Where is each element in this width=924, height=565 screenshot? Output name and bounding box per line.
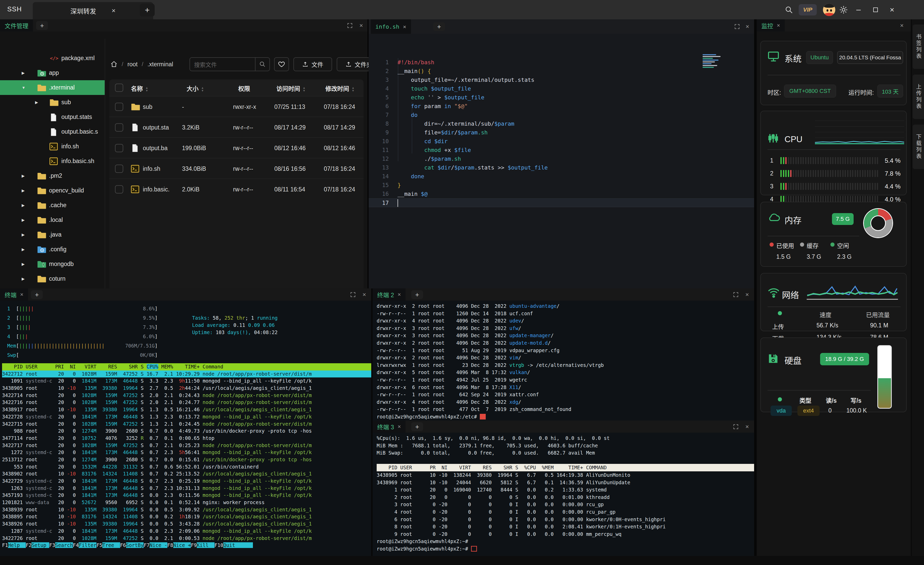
tree-item-.java[interactable]: ▶.java xyxy=(0,227,105,242)
monitor-tab-close-icon[interactable]: × xyxy=(777,22,780,29)
tree-item-.local[interactable]: ▶.local xyxy=(0,213,105,227)
maximize-button[interactable] xyxy=(871,6,880,14)
terminal-3-panel[interactable]: 终端 3× + × %Cpu(s): 1.6 us, 1.6 sy, 0.0 n… xyxy=(372,421,754,556)
settings-gear-icon[interactable] xyxy=(838,5,849,15)
file-row-info.basic.[interactable]: info.basic.2.0KiBrw-r--r--08/11 16:5407/… xyxy=(110,179,363,199)
row-checkbox[interactable] xyxy=(115,144,123,152)
col-mtime[interactable]: 修改时间▲▼ xyxy=(326,84,354,93)
row-checkbox[interactable] xyxy=(115,103,123,111)
row-checkbox[interactable] xyxy=(115,123,123,132)
home-icon[interactable] xyxy=(110,61,118,68)
file-row-output.sta[interactable]: output.sta3.2KiBrw-r--r--08/17 14:2908/1… xyxy=(110,117,363,137)
tab-upload-list[interactable]: 上传列表 xyxy=(913,75,924,119)
breadcrumb[interactable]: / root / .xterminal xyxy=(110,57,173,71)
tree-caret-icon[interactable]: ▶ xyxy=(22,218,25,222)
terminal-2-close-icon[interactable]: × xyxy=(743,291,752,298)
file-tree[interactable]: </>package.xml▶app▼.xterminal▶suboutput.… xyxy=(0,51,105,308)
terminal-3-tab-close-icon[interactable]: × xyxy=(398,423,401,430)
session-tab[interactable]: 深圳转发 × xyxy=(33,2,153,20)
tree-item-mongodb[interactable]: ▶mongodb xyxy=(0,257,105,271)
terminal-3-expand-icon[interactable] xyxy=(731,423,740,430)
tree-item-sub[interactable]: ▶sub xyxy=(0,95,105,110)
tree-item-coturn[interactable]: ▶coturn xyxy=(0,271,105,286)
tree-item-info.basic.sh[interactable]: info.basic.sh xyxy=(0,154,105,168)
tree-item-output.stats[interactable]: output.stats xyxy=(0,110,105,124)
select-all-checkbox[interactable] xyxy=(115,84,123,92)
avatar[interactable] xyxy=(823,4,836,16)
tree-caret-icon[interactable]: ▶ xyxy=(22,188,25,193)
tree-item-info.sh[interactable]: info.sh xyxy=(0,139,105,154)
tree-item-label: .xterminal xyxy=(49,84,75,91)
tree-caret-icon[interactable]: ▶ xyxy=(22,71,25,75)
tree-caret-icon[interactable]: ▶ xyxy=(22,247,25,252)
tab-info-sh[interactable]: info.sh× xyxy=(371,20,411,34)
tree-caret-icon[interactable]: ▶ xyxy=(22,203,25,208)
tab-terminal-2[interactable]: 终端 2× xyxy=(372,289,405,301)
htop-function-bar[interactable]: F1Help F2Setup F3SearchF4FilterF5Tree F6… xyxy=(0,542,371,548)
tab-download-list[interactable]: 下载列表 xyxy=(913,125,924,169)
tab-terminal-3[interactable]: 终端 3× xyxy=(372,421,405,433)
file-manager-new-tab-button[interactable]: + xyxy=(36,21,48,30)
col-perm[interactable]: 权限 xyxy=(238,84,250,93)
new-session-button[interactable]: + xyxy=(140,4,154,17)
file-panel-close-icon[interactable]: × xyxy=(357,22,366,29)
file-row-output.ba[interactable]: output.ba199.0BiBrw-r--r--08/12 16:4608/… xyxy=(110,137,363,158)
search-icon[interactable] xyxy=(784,5,794,15)
terminal-2-new-tab-button[interactable]: + xyxy=(411,290,423,299)
editor-expand-icon[interactable] xyxy=(733,23,741,30)
close-button[interactable]: × xyxy=(887,6,897,14)
terminal-1-expand-icon[interactable] xyxy=(349,291,357,298)
terminal-2-panel[interactable]: 终端 2× + × drwxr-xr-x 2 root root 4096 De… xyxy=(372,289,754,421)
terminal-1-panel[interactable]: 终端× + × 1 [||||| 8.6%]2 [|||| 9.5%]3 [||… xyxy=(0,289,371,556)
tree-caret-icon[interactable]: ▶ xyxy=(22,174,25,178)
file-row-sub[interactable]: sub-rwxr-xr-x07/25 11:1307/18 16:24 xyxy=(110,96,363,117)
tree-caret-icon[interactable]: ▼ xyxy=(22,86,26,90)
col-atime[interactable]: 访问时间▲▼ xyxy=(276,84,306,93)
cpu-card: CPU 15.4 %27.8 %34.4 %44.0 % xyxy=(760,111,907,195)
terminal-2-expand-icon[interactable] xyxy=(731,291,740,298)
tree-item-app[interactable]: ▶app xyxy=(0,66,105,80)
breadcrumb-cwd[interactable]: .xterminal xyxy=(147,61,173,68)
minimize-button[interactable] xyxy=(854,6,863,14)
terminal-1-close-icon[interactable]: × xyxy=(360,291,369,298)
terminal-1-tab-close-icon[interactable]: × xyxy=(20,291,24,298)
tree-caret-icon[interactable]: ▶ xyxy=(22,233,25,237)
tree-item-.pm2[interactable]: ▶.pm2 xyxy=(0,168,105,183)
editor-close-icon[interactable]: × xyxy=(743,23,752,30)
monitor-panel-close-icon[interactable]: × xyxy=(897,22,906,29)
editor-tab-close-icon[interactable]: × xyxy=(403,24,406,30)
tab-file-manager[interactable]: 文件管理 xyxy=(0,20,33,32)
tab-terminal-1[interactable]: 终端× xyxy=(0,289,28,301)
terminal-3-close-icon[interactable]: × xyxy=(743,423,752,430)
tab-bookmark-list[interactable]: 书签列表 xyxy=(913,24,924,69)
terminal-3-new-tab-button[interactable]: + xyxy=(411,422,423,431)
tree-item-opencv_build[interactable]: ▶opencv_build xyxy=(0,183,105,198)
upload-file-button[interactable]: 文件 xyxy=(293,57,332,71)
row-checkbox[interactable] xyxy=(115,185,123,194)
tree-item-.cache[interactable]: ▶.cache xyxy=(0,198,105,213)
code-editor[interactable]: 1#!/bin/bash2__main() {3 output_file=~/.… xyxy=(369,38,754,289)
tree-caret-icon[interactable]: ▶ xyxy=(22,276,25,281)
tree-item-.config[interactable]: ▶.config xyxy=(0,242,105,257)
terminal-1-new-tab-button[interactable]: + xyxy=(31,290,43,299)
search-file-icon[interactable] xyxy=(255,58,269,71)
editor-new-tab-button[interactable]: + xyxy=(433,22,445,31)
tree-item-package.xml[interactable]: </>package.xml xyxy=(0,51,105,66)
code-line-11: 11 chmod +x $file xyxy=(369,146,754,155)
tree-caret-icon[interactable]: ▶ xyxy=(22,262,25,266)
col-size[interactable]: 大小▲▼ xyxy=(187,84,204,93)
tree-caret-icon[interactable]: ▶ xyxy=(35,100,38,105)
vip-badge[interactable]: VIP xyxy=(799,4,817,15)
breadcrumb-root[interactable]: root xyxy=(128,61,138,68)
favorite-button[interactable] xyxy=(274,57,289,71)
file-row-info.sh[interactable]: info.sh334.0BiBrw-r--r--08/16 16:5607/18… xyxy=(110,158,363,179)
tree-item-output.basic.s[interactable]: output.basic.s xyxy=(0,124,105,139)
tree-item-.xterminal[interactable]: ▼.xterminal xyxy=(0,80,105,95)
file-panel-expand-icon[interactable] xyxy=(345,22,354,29)
row-checkbox[interactable] xyxy=(115,165,123,173)
tab-monitor[interactable]: 监控× xyxy=(757,20,785,32)
session-tab-close-icon[interactable]: × xyxy=(112,7,116,15)
terminal-2-tab-close-icon[interactable]: × xyxy=(398,291,401,298)
col-name[interactable]: 名称▲▼ xyxy=(131,84,148,93)
search-file-input[interactable]: 搜索文件 xyxy=(189,57,270,71)
